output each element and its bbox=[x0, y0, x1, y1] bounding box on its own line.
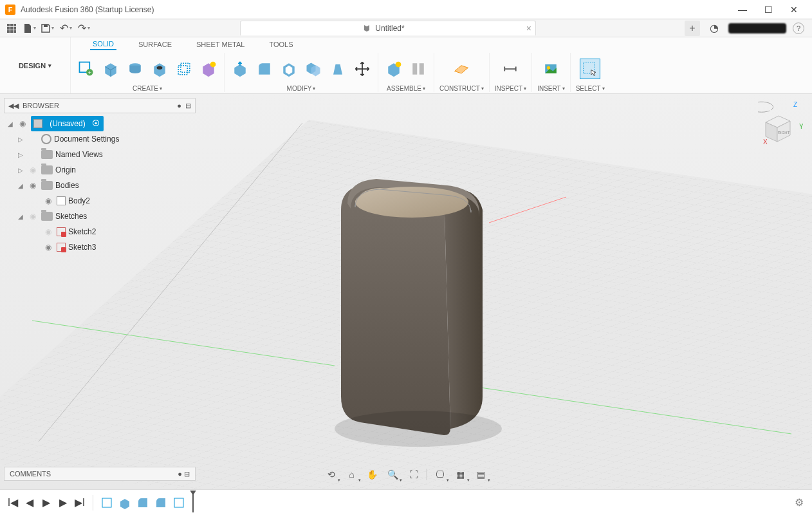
insert-dropdown[interactable]: INSERT bbox=[537, 85, 565, 92]
svg-rect-8 bbox=[14, 30, 16, 33]
hole-button[interactable] bbox=[149, 59, 170, 79]
tree-bodies[interactable]: ◢◉ Bodies bbox=[4, 178, 196, 193]
svg-rect-6 bbox=[7, 30, 10, 33]
svg-rect-20 bbox=[420, 63, 424, 75]
extrude-button[interactable] bbox=[100, 59, 121, 79]
create-form-button[interactable] bbox=[198, 59, 219, 79]
tree-body2[interactable]: ◉ Body2 bbox=[4, 193, 196, 209]
ribbon-group-assemble: ASSEMBLE bbox=[378, 53, 434, 92]
svg-rect-35 bbox=[102, 498, 111, 507]
minimize-button[interactable]: — bbox=[730, 0, 755, 19]
panel-options-icon[interactable]: ● bbox=[177, 102, 181, 109]
construct-dropdown[interactable]: CONSTRUCT bbox=[439, 85, 484, 92]
redo-button[interactable]: ↷ bbox=[76, 21, 91, 36]
timeline-marker[interactable] bbox=[192, 493, 194, 512]
browser-header[interactable]: ◀◀ BROWSER ● ⊟ bbox=[4, 98, 196, 113]
svg-rect-7 bbox=[10, 30, 13, 33]
user-name[interactable] bbox=[728, 23, 786, 33]
svg-rect-36 bbox=[174, 498, 183, 507]
maximize-button[interactable]: ☐ bbox=[755, 0, 781, 19]
timeline-prev-button[interactable]: ◀ bbox=[23, 496, 36, 509]
svg-rect-15 bbox=[178, 66, 187, 75]
combine-button[interactable] bbox=[303, 59, 324, 79]
svg-text:X: X bbox=[763, 138, 768, 145]
timeline-feature-fillet2[interactable] bbox=[154, 496, 168, 510]
press-pull-button[interactable] bbox=[230, 59, 250, 79]
tree-origin[interactable]: ▷◉ Origin bbox=[4, 162, 196, 178]
insert-button[interactable] bbox=[540, 59, 561, 79]
tab-surface[interactable]: SURFACE bbox=[136, 39, 174, 50]
inspect-dropdown[interactable]: INSPECT bbox=[495, 85, 526, 92]
revolve-button[interactable] bbox=[125, 59, 145, 79]
look-at-button[interactable]: ⌂ bbox=[344, 467, 360, 482]
timeline-settings-button[interactable]: ⚙ bbox=[793, 496, 806, 509]
ribbon-group-construct: CONSTRUCT bbox=[434, 53, 490, 92]
close-button[interactable]: ✕ bbox=[781, 0, 807, 19]
create-sketch-button[interactable]: + bbox=[76, 59, 97, 79]
pan-button[interactable]: ✋ bbox=[365, 467, 380, 482]
draft-button[interactable] bbox=[328, 59, 348, 79]
timeline-next-button[interactable]: ▶ bbox=[57, 496, 69, 509]
modify-dropdown[interactable]: MODIFY bbox=[287, 85, 316, 92]
tree-document-settings[interactable]: ▷ Document Settings bbox=[4, 131, 196, 147]
tab-tools[interactable]: TOOLS bbox=[266, 39, 295, 50]
tab-sheet-metal[interactable]: SHEET METAL bbox=[194, 39, 247, 50]
save-button[interactable] bbox=[40, 21, 55, 36]
fit-button[interactable]: ⛶ bbox=[406, 467, 421, 482]
tree-sketch2[interactable]: ◉ Sketch2 bbox=[4, 224, 196, 239]
view-cube[interactable]: Z Y X RIGHT bbox=[758, 99, 803, 151]
tree-sketches[interactable]: ◢◉ Sketches bbox=[4, 209, 196, 224]
timeline-end-button[interactable]: ▶I bbox=[73, 496, 86, 509]
panel-pin-icon[interactable]: ⊟ bbox=[185, 102, 191, 110]
fillet-button[interactable] bbox=[254, 59, 275, 79]
shell-button[interactable] bbox=[279, 59, 299, 79]
svg-rect-4 bbox=[10, 27, 13, 30]
assemble-dropdown[interactable]: ASSEMBLE bbox=[387, 85, 425, 92]
document-title: Untitled* bbox=[375, 24, 404, 33]
undo-button[interactable]: ↶ bbox=[58, 21, 73, 36]
svg-rect-19 bbox=[412, 63, 417, 75]
timeline-play-button[interactable]: ▶ bbox=[40, 496, 53, 509]
select-button[interactable] bbox=[580, 59, 600, 79]
measure-button[interactable] bbox=[500, 59, 521, 79]
panel-options-icon[interactable]: ● bbox=[178, 470, 182, 478]
panel-expand-icon[interactable]: ⊟ bbox=[184, 470, 190, 478]
construct-plane-button[interactable] bbox=[451, 59, 472, 79]
create-dropdown[interactable]: CREATE bbox=[133, 85, 162, 92]
timeline-feature-sketch[interactable] bbox=[100, 496, 114, 510]
tab-solid[interactable]: SOLID bbox=[90, 39, 116, 50]
tree-named-views[interactable]: ▷ Named Views bbox=[4, 147, 196, 162]
folder-icon bbox=[41, 212, 53, 221]
svg-rect-9 bbox=[44, 24, 48, 27]
tree-root[interactable]: ◢◉ (Unsaved) ⦿ bbox=[4, 116, 196, 131]
workspace-switcher[interactable]: DESIGN bbox=[0, 37, 71, 93]
select-dropdown[interactable]: SELECT bbox=[576, 85, 605, 92]
box-button[interactable] bbox=[174, 59, 194, 79]
svg-rect-5 bbox=[14, 27, 16, 30]
display-settings-button[interactable]: 🖵 bbox=[432, 467, 448, 482]
body2-geometry[interactable] bbox=[335, 179, 502, 447]
timeline-feature-fillet1[interactable] bbox=[136, 496, 150, 510]
sketch-icon bbox=[57, 243, 66, 252]
zoom-button[interactable]: 🔍 bbox=[385, 467, 401, 482]
new-component-button[interactable] bbox=[383, 59, 404, 79]
move-button[interactable] bbox=[352, 59, 373, 79]
new-tab-button[interactable]: + bbox=[685, 21, 700, 36]
job-status-button[interactable]: ◔ bbox=[706, 21, 722, 36]
orbit-button[interactable]: ⟲ bbox=[324, 467, 339, 482]
viewport-layout-button[interactable]: ▤ bbox=[474, 467, 489, 482]
file-menu-button[interactable] bbox=[22, 21, 37, 36]
grid-settings-button[interactable]: ▦ bbox=[453, 467, 468, 482]
joint-button[interactable] bbox=[408, 59, 429, 79]
timeline-feature-extrude[interactable] bbox=[118, 496, 132, 510]
data-panel-button[interactable] bbox=[4, 21, 19, 36]
document-tab[interactable]: Untitled* × bbox=[240, 21, 536, 35]
timeline-feature-sketch2[interactable] bbox=[172, 496, 186, 510]
comments-panel-header[interactable]: COMMENTS ● ⊟ bbox=[4, 467, 196, 481]
close-tab-button[interactable]: × bbox=[526, 23, 531, 33]
tree-sketch3[interactable]: ◉ Sketch3 bbox=[4, 239, 196, 255]
help-button[interactable]: ? bbox=[793, 23, 804, 34]
timeline-start-button[interactable]: I◀ bbox=[6, 496, 19, 509]
title-bar: F Autodesk Fusion 360 (Startup License) … bbox=[0, 0, 812, 19]
collapse-icon[interactable]: ◀◀ bbox=[8, 102, 19, 110]
